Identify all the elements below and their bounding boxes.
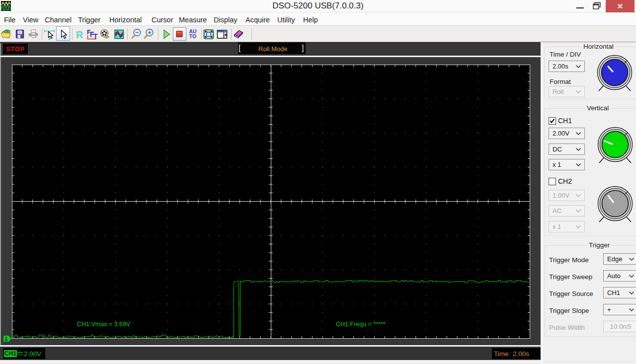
- svg-text:CH1:Vmax = 3.59V: CH1:Vmax = 3.59V: [77, 321, 131, 328]
- svg-text:R: R: [76, 29, 83, 40]
- svg-text:TO: TO: [189, 33, 196, 39]
- svg-text:1: 1: [5, 336, 8, 342]
- svg-text:CH1:Frequ = *****: CH1:Frequ = *****: [336, 321, 386, 328]
